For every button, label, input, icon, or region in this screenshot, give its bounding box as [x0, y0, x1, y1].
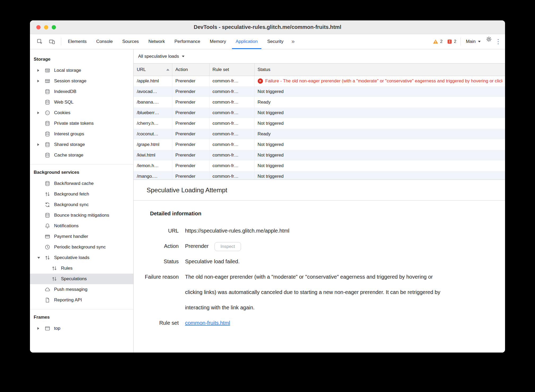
- detail-action-value: Prerender: [185, 243, 209, 249]
- table-row[interactable]: /banana.…Prerendercommon-fr…Ready: [134, 97, 505, 108]
- expand-arrow-icon[interactable]: [37, 143, 44, 146]
- filter-label: All speculative loads: [138, 54, 179, 59]
- sidebar-item-back-forward-cache[interactable]: Back/forward cache: [30, 178, 133, 189]
- cell-url: /cherry.h…: [134, 118, 172, 129]
- tab-network[interactable]: Network: [144, 34, 170, 49]
- speculations-filter-bar: All speculative loads: [134, 49, 505, 64]
- warnings-indicator[interactable]: 2: [431, 34, 445, 49]
- issues-indicator[interactable]: 2: [445, 34, 459, 49]
- sidebar-item-label: Speculative loads: [54, 255, 89, 260]
- sidebar-item-background-sync[interactable]: Background sync: [30, 199, 133, 210]
- sidebar-item-label: Notifications: [54, 223, 79, 229]
- sidebar-section-header-background-services: Background services: [30, 164, 133, 178]
- sidebar-item-reporting-api[interactable]: Reporting API: [30, 295, 133, 305]
- sidebar-item-cache-storage[interactable]: Cache storage: [30, 150, 133, 161]
- minimize-window-button[interactable]: [44, 25, 48, 29]
- table-row[interactable]: /blueberr…Prerendercommon-fr…Not trigger…: [134, 108, 505, 118]
- expand-arrow-icon[interactable]: [37, 327, 44, 330]
- inspect-element-icon[interactable]: [35, 37, 45, 47]
- cell-action: Prerender: [172, 108, 209, 118]
- more-options-icon[interactable]: ⋮: [494, 34, 505, 49]
- sync-icon: [44, 202, 51, 208]
- table-row[interactable]: /mango.…Prerendercommon-fr…Not triggered: [134, 171, 505, 180]
- device-toolbar-icon[interactable]: [47, 37, 57, 47]
- sidebar-item-periodic-background-sync[interactable]: Periodic background sync: [30, 242, 133, 252]
- updown-icon: [51, 276, 58, 282]
- sidebar-item-interest-groups[interactable]: Interest groups: [30, 129, 133, 139]
- sidebar-item-speculative-loads[interactable]: Speculative loads: [30, 252, 133, 263]
- sidebar-item-label: Background fetch: [54, 191, 89, 197]
- tab-sources[interactable]: Sources: [117, 34, 143, 49]
- detail-row-url: URL https://speculative-rules.glitch.me/…: [144, 223, 494, 238]
- sidebar-item-label: Back/forward cache: [54, 181, 94, 186]
- table-row[interactable]: /grape.htmlPrerendercommon-fr…Not trigge…: [134, 139, 505, 150]
- expand-arrow-icon[interactable]: [37, 69, 44, 72]
- sidebar-item-push-messaging[interactable]: Push messaging: [30, 284, 133, 295]
- cell-rule-set: common-fr…: [209, 118, 254, 129]
- sidebar-item-label: Speculations: [61, 276, 87, 282]
- more-tabs-button[interactable]: »: [288, 34, 298, 49]
- expand-arrow-icon[interactable]: [37, 112, 44, 114]
- detail-row-failure-reason: Failure reason The old non-eager prerend…: [144, 269, 494, 315]
- table-row[interactable]: /apple.htmlPrerendercommon-fr…✕Failure -…: [134, 76, 505, 86]
- table-row[interactable]: /avocad…Prerendercommon-fr…Not triggered: [134, 86, 505, 97]
- cell-rule-set: common-fr…: [209, 86, 254, 97]
- sidebar-item-shared-storage[interactable]: Shared storage: [30, 139, 133, 150]
- table-row[interactable]: /lemon.h…Prerendercommon-fr…Not triggere…: [134, 161, 505, 171]
- close-window-button[interactable]: [36, 25, 41, 29]
- table-icon: [44, 78, 51, 84]
- issue-count: 2: [454, 39, 456, 44]
- sidebar-item-indexeddb[interactable]: IndexedDB: [30, 86, 133, 97]
- cell-url: /avocad…: [134, 86, 172, 97]
- sidebar-item-payment-handler[interactable]: Payment handler: [30, 231, 133, 242]
- sidebar-item-private-state-tokens[interactable]: Private state tokens: [30, 118, 133, 129]
- sidebar-item-background-fetch[interactable]: Background fetch: [30, 189, 133, 199]
- cell-action: Prerender: [172, 150, 209, 161]
- sidebar-item-bounce-tracking-mitigations[interactable]: Bounce tracking mitigations: [30, 210, 133, 221]
- sidebar-item-label: Interest groups: [54, 131, 84, 137]
- detail-pane-body: Detailed information URL https://specula…: [134, 201, 505, 331]
- sidebar-item-cookies[interactable]: Cookies: [30, 108, 133, 118]
- cell-status: Not triggered: [254, 150, 505, 161]
- collapse-arrow-icon[interactable]: [37, 257, 44, 259]
- column-header-action[interactable]: Action: [172, 64, 209, 76]
- tab-performance[interactable]: Performance: [170, 34, 205, 49]
- database-icon: [44, 152, 51, 158]
- sidebar-item-label: top: [54, 326, 60, 331]
- expand-arrow-icon[interactable]: [37, 80, 44, 82]
- toolbar-divider: [61, 38, 61, 46]
- window-title: DevTools - speculative-rules.glitch.me/c…: [30, 24, 505, 30]
- speculative-loads-filter[interactable]: All speculative loads: [138, 54, 185, 59]
- sidebar-item-top[interactable]: top: [30, 323, 133, 334]
- column-header-rule-set[interactable]: Rule set: [209, 64, 254, 76]
- table-row[interactable]: /cherry.h…Prerendercommon-fr…Not trigger…: [134, 118, 505, 129]
- sidebar-item-local-storage[interactable]: Local storage: [30, 65, 133, 76]
- cell-rule-set: common-fr…: [209, 108, 254, 118]
- sidebar-item-speculations[interactable]: Speculations: [30, 274, 133, 284]
- main-context-selector[interactable]: Main: [463, 34, 484, 49]
- sidebar-item-label: Web SQL: [54, 100, 73, 105]
- table-row[interactable]: /coconut…Prerendercommon-fr…Ready: [134, 129, 505, 139]
- zoom-window-button[interactable]: [52, 25, 56, 29]
- sidebar-item-session-storage[interactable]: Session storage: [30, 76, 133, 86]
- settings-gear-icon[interactable]: [484, 34, 494, 44]
- inspect-button[interactable]: Inspect: [214, 242, 241, 251]
- sidebar-item-web-sql[interactable]: Web SQL: [30, 97, 133, 108]
- table-row[interactable]: /kiwi.htmlPrerendercommon-fr…Not trigger…: [134, 150, 505, 161]
- tab-memory[interactable]: Memory: [205, 34, 231, 49]
- chevron-down-icon: [478, 41, 481, 42]
- cell-rule-set: common-fr…: [209, 129, 254, 139]
- main-context-label: Main: [466, 39, 476, 44]
- cell-rule-set: common-fr…: [209, 139, 254, 150]
- column-header-status[interactable]: Status: [254, 64, 505, 76]
- tab-console[interactable]: Console: [91, 34, 117, 49]
- tab-application[interactable]: Application: [231, 34, 262, 49]
- rule-set-link[interactable]: common-fruits.html: [185, 320, 230, 326]
- tab-security[interactable]: Security: [262, 34, 288, 49]
- sidebar-item-rules[interactable]: Rules: [30, 263, 133, 274]
- tab-elements[interactable]: Elements: [63, 34, 91, 49]
- updown-icon: [44, 191, 51, 197]
- cell-url: /banana.…: [134, 97, 172, 108]
- column-header-url[interactable]: URL: [134, 64, 172, 76]
- sidebar-item-notifications[interactable]: Notifications: [30, 221, 133, 231]
